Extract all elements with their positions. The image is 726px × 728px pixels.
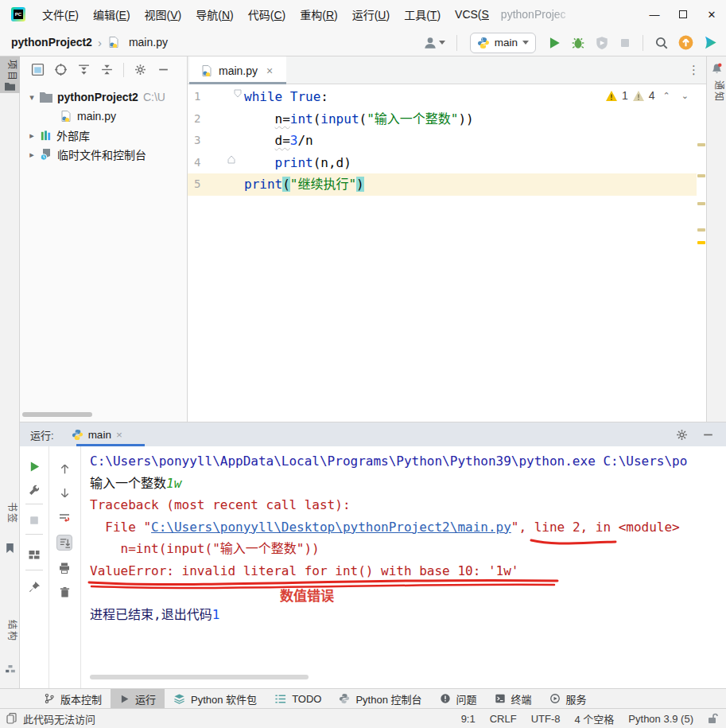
console-hscrollbar[interactable]	[90, 675, 309, 679]
rerun-button[interactable]	[27, 459, 41, 473]
tree-row-main-py[interactable]: main.py	[20, 107, 116, 126]
menu-item[interactable]: 工具(T)	[397, 3, 448, 25]
error-stripe-mark[interactable]	[697, 143, 705, 146]
tool-window-button-terminal[interactable]: 终端	[486, 689, 541, 709]
menu-item[interactable]: 视图(V)	[138, 3, 189, 25]
bookmark-icon[interactable]	[6, 543, 14, 553]
menu-item[interactable]: 重构(R)	[293, 3, 344, 25]
tab-main-py[interactable]: main.py ×	[189, 56, 286, 84]
branch-icon	[44, 693, 55, 704]
interpreter[interactable]: Python 3.9 (5)	[628, 713, 693, 725]
collapse-all-button[interactable]	[100, 63, 114, 76]
code-line[interactable]: print(n,d)	[244, 152, 351, 174]
tab-close-icon[interactable]: ×	[266, 64, 273, 77]
stack-trace-link[interactable]: C:\Users\ponyyll\Desktop\pythonProject2\…	[151, 520, 511, 535]
user-profile-icon[interactable]	[423, 36, 445, 50]
run-tab-main[interactable]: main ×	[72, 429, 122, 441]
minimize-button[interactable]: —	[640, 0, 669, 29]
search-everywhere-icon[interactable]	[654, 36, 669, 50]
hide-panel-button[interactable]	[157, 63, 170, 76]
soft-wrap-icon[interactable]	[57, 511, 72, 525]
structure-icon[interactable]	[6, 665, 15, 673]
maximize-button[interactable]	[669, 0, 697, 29]
code-line[interactable]: print("继续执行")	[244, 173, 364, 196]
code-line[interactable]: n=int(input("输入一个整数"))	[244, 108, 474, 130]
clear-console-trash-icon[interactable]	[57, 585, 72, 599]
breadcrumb-project[interactable]: pythonProject2	[11, 36, 92, 49]
menu-item[interactable]: 运行(U)	[345, 3, 397, 25]
expand-all-button[interactable]	[77, 63, 91, 76]
code-token: print	[244, 177, 282, 192]
tool-window-button-play[interactable]: 运行	[111, 689, 165, 709]
tool-window-button-todo[interactable]: TODO	[266, 689, 330, 709]
prev-occurrence-up-icon[interactable]	[57, 461, 72, 476]
notifications-bell-icon[interactable]	[711, 63, 723, 75]
error-stripe[interactable]	[697, 86, 706, 420]
run-config-select[interactable]: main	[470, 33, 536, 53]
chevron-right-icon[interactable]: ▸	[26, 130, 37, 141]
tree-row-external-libraries[interactable]: ▸ 外部库	[20, 126, 90, 145]
project-settings-gear-icon[interactable]	[134, 63, 147, 76]
code-with-me-icon[interactable]	[703, 35, 718, 50]
menu-item[interactable]: 编辑(E)	[86, 3, 138, 25]
tool-window-button-problems[interactable]: 问题	[431, 689, 486, 709]
error-stripe-mark[interactable]	[697, 174, 705, 177]
project-stripe-label[interactable]: 项目	[0, 60, 20, 82]
select-opened-file-button[interactable]	[31, 63, 45, 76]
caret-position[interactable]: 9:1	[461, 713, 476, 725]
notifications-stripe-label[interactable]: 通知	[707, 80, 726, 103]
structure-stripe-label[interactable]: 结构	[0, 620, 20, 642]
run-button[interactable]	[547, 36, 561, 50]
console-output[interactable]: C:\Users\ponyyll\AppData\Local\Programs\…	[81, 446, 726, 677]
bookmarks-stripe-label[interactable]: 书签	[0, 502, 20, 524]
file-encoding[interactable]: UTF-8	[531, 713, 561, 725]
menu-item[interactable]: 代码(C)	[241, 3, 293, 25]
code-line[interactable]: d=3/n	[244, 130, 313, 152]
chevron-right-icon[interactable]: ▸	[26, 150, 37, 160]
error-stripe-mark[interactable]	[697, 202, 705, 205]
tree-row-scratches[interactable]: ▸ 临时文件和控制台	[20, 145, 146, 164]
debug-button[interactable]	[571, 36, 585, 50]
editor-options-kebab-icon[interactable]: ⋮	[688, 63, 700, 77]
tool-window-button-python[interactable]: Python 控制台	[330, 689, 430, 709]
run-settings-gear-icon[interactable]	[675, 428, 689, 442]
menu-item[interactable]: 导航(N)	[188, 3, 240, 25]
print-icon[interactable]	[57, 561, 72, 575]
stop-button[interactable]	[619, 37, 631, 49]
line-ending[interactable]: CRLF	[490, 713, 517, 725]
breadcrumb-file[interactable]: main.py	[129, 36, 168, 49]
stop-button-disabled[interactable]	[27, 513, 41, 528]
indent-setting[interactable]: 4 个空格	[575, 711, 615, 726]
divider	[25, 534, 43, 535]
tree-row-project-root[interactable]: ▾ pythonProject2 C:\U	[20, 88, 165, 107]
unlocked-padlock-icon[interactable]	[708, 713, 718, 724]
console-token: File "	[90, 520, 151, 535]
inspection-widget[interactable]: 1 4 ⌃ ⌄	[606, 89, 692, 102]
menu-item[interactable]: 文件(F)	[35, 3, 86, 25]
tool-window-button-packages[interactable]: Python 软件包	[165, 689, 266, 709]
tool-window-button-services[interactable]: 服务	[541, 689, 596, 709]
run-with-coverage-button[interactable]	[595, 36, 609, 50]
menu-item[interactable]: VCS(S	[448, 5, 496, 24]
run-tab-close-icon[interactable]: ×	[116, 429, 122, 441]
update-available-icon[interactable]	[678, 35, 693, 50]
fold-region-start-icon[interactable]	[234, 89, 242, 98]
chevron-down-icon[interactable]: ▾	[26, 92, 37, 103]
tool-window-button-branch[interactable]: 版本控制	[35, 689, 111, 709]
fold-region-end-icon[interactable]	[227, 155, 235, 164]
project-hscrollbar[interactable]	[22, 412, 92, 417]
code-line[interactable]: while True:	[244, 86, 328, 108]
hide-run-panel-button[interactable]	[701, 428, 715, 442]
locate-file-button[interactable]	[54, 63, 68, 76]
close-button[interactable]: ✕	[697, 0, 726, 29]
error-stripe-mark[interactable]	[697, 241, 705, 244]
scroll-to-end-button-selected[interactable]	[56, 535, 72, 551]
code-token: True	[290, 89, 321, 104]
next-occurrence-down-icon[interactable]	[57, 485, 72, 500]
next-problem-chevron-icon[interactable]: ⌄	[678, 91, 692, 101]
edit-configuration-wrench-icon[interactable]	[27, 483, 41, 497]
restore-layout-button[interactable]	[27, 547, 41, 562]
prev-problem-chevron-icon[interactable]: ⌃	[660, 91, 674, 101]
error-stripe-mark[interactable]	[697, 228, 705, 232]
pin-tab-icon[interactable]	[27, 579, 41, 594]
